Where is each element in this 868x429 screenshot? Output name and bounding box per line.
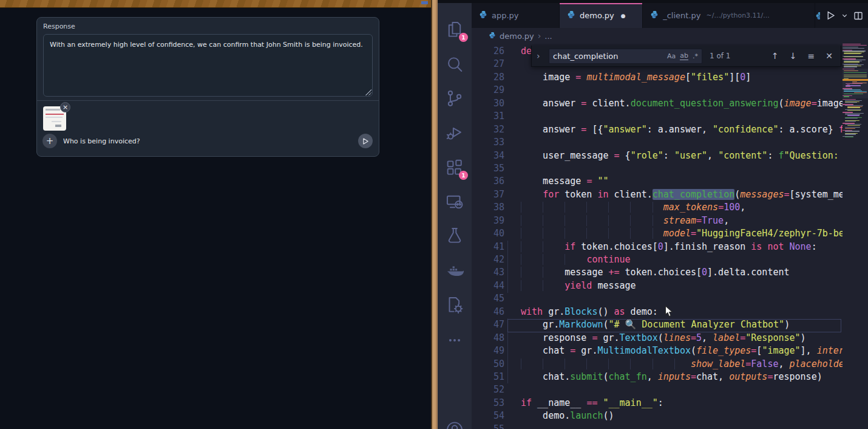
sidebar-item-docker[interactable]: [444, 261, 465, 281]
code-line[interactable]: 35: [472, 162, 843, 175]
find-in-selection-button[interactable]: ≡: [805, 51, 818, 61]
add-file-button[interactable]: +: [42, 134, 57, 148]
run-button[interactable]: [826, 10, 836, 21]
line-number[interactable]: 51: [472, 371, 504, 383]
remove-attachment-button[interactable]: ×: [60, 102, 70, 112]
line-number[interactable]: 45: [472, 292, 504, 305]
code-line[interactable]: 31: [472, 110, 843, 123]
line-number[interactable]: 33: [472, 136, 504, 149]
sidebar-item-source-control[interactable]: [444, 88, 465, 109]
breadcrumb-file[interactable]: demo.py: [500, 32, 534, 41]
code-line[interactable]: 51 chat.submit(chat_fn, inputs=chat, out…: [472, 371, 843, 383]
breadcrumb-symbol[interactable]: ...: [544, 32, 552, 41]
line-number[interactable]: 32: [472, 123, 504, 136]
activity-bar: 1: [438, 3, 472, 429]
editor-tab-bar: app.py demo.py ● _client.py ~/.../python…: [472, 3, 868, 28]
line-number[interactable]: 47: [472, 318, 504, 331]
line-number[interactable]: 37: [472, 188, 504, 201]
code-line[interactable]: 53if __name__ == "__main__":: [472, 397, 843, 410]
code-text: stream=True,: [504, 214, 729, 227]
line-number[interactable]: 48: [472, 332, 504, 345]
code-line[interactable]: 54 demo.launch(): [472, 410, 843, 422]
sidebar-item-task-runner[interactable]: [444, 295, 465, 315]
line-number[interactable]: 31: [472, 110, 504, 123]
send-button[interactable]: [358, 134, 373, 148]
run-dropdown-chevron-icon[interactable]: [841, 12, 848, 19]
line-number[interactable]: 42: [472, 253, 504, 266]
sidebar-item-extensions[interactable]: 1: [444, 157, 465, 178]
code-line[interactable]: 47 gr.Markdown("# 🔍 Document Analyzer Ch…: [472, 318, 843, 331]
code-line[interactable]: 29: [472, 84, 843, 97]
code-line[interactable]: 38 max_tokens=100,: [472, 201, 843, 214]
line-number[interactable]: 43: [472, 266, 504, 279]
code-line[interactable]: 48 response = gr.Textbox(lines=5, label=…: [472, 332, 843, 345]
line-number[interactable]: 40: [472, 227, 504, 240]
line-number[interactable]: 54: [472, 410, 504, 422]
code-line[interactable]: 40 model="HuggingFaceH4/zephyr-7b-beta")…: [472, 227, 843, 240]
code-line[interactable]: 32 answer = [{"answer": a.answer, "confi…: [472, 123, 843, 136]
code-line[interactable]: 52: [472, 383, 843, 396]
chat-message-input[interactable]: [63, 134, 324, 148]
tab-app-py[interactable]: app.py: [472, 3, 560, 28]
match-case-toggle[interactable]: Aa: [667, 52, 676, 60]
line-number[interactable]: 46: [472, 306, 504, 318]
minimap-slider[interactable]: [843, 69, 868, 98]
code-line[interactable]: 36 message = "": [472, 175, 843, 188]
sidebar-item-account[interactable]: [444, 419, 465, 429]
line-number[interactable]: 27: [472, 58, 504, 70]
line-number[interactable]: 41: [472, 241, 504, 253]
sidebar-item-run-debug[interactable]: [444, 122, 465, 143]
code-line[interactable]: 46with gr.Blocks() as demo:: [472, 306, 843, 318]
line-number[interactable]: 52: [472, 383, 504, 396]
line-number[interactable]: 29: [472, 84, 504, 97]
sidebar-item-remote-explorer[interactable]: [444, 191, 465, 212]
code-line[interactable]: 42 continue: [472, 253, 843, 266]
code-line[interactable]: 55: [472, 423, 843, 429]
sidebar-item-more[interactable]: [444, 330, 465, 351]
response-textarea[interactable]: With an extremely high level of confiden…: [43, 34, 373, 97]
sidebar-item-testing[interactable]: [444, 225, 465, 246]
code-line[interactable]: 37 for token in client.chat_completion(m…: [472, 188, 843, 201]
line-number[interactable]: 28: [472, 71, 504, 84]
code-line[interactable]: 44 yield message: [472, 280, 843, 292]
code-line[interactable]: 30 answer = client.document_question_ans…: [472, 97, 843, 110]
line-number[interactable]: 55: [472, 423, 504, 429]
sidebar-item-search[interactable]: [444, 54, 465, 75]
python-icon: [650, 10, 659, 19]
code-line[interactable]: 43 message += token.choices[0].delta.con…: [472, 266, 843, 279]
code-lines[interactable]: 26def chat_fn(multimodal_message):2728 i…: [472, 45, 843, 429]
whole-word-toggle[interactable]: ab: [680, 52, 688, 60]
find-close-button[interactable]: ✕: [822, 51, 836, 61]
line-number[interactable]: 53: [472, 397, 504, 410]
tab-client-py[interactable]: _client.py ~/.../python3.11/...: [643, 3, 815, 28]
code-line[interactable]: 45: [472, 292, 843, 305]
code-line[interactable]: 34 user_message = {"role": "user", "cont…: [472, 149, 843, 162]
line-number[interactable]: 38: [472, 201, 504, 214]
split-editor-button[interactable]: [853, 11, 863, 21]
find-next-button[interactable]: ↓: [787, 51, 800, 61]
line-number[interactable]: 34: [472, 149, 504, 162]
line-number[interactable]: 49: [472, 345, 504, 357]
find-expand-chevron-icon[interactable]: ›: [537, 51, 544, 61]
line-number[interactable]: 26: [472, 45, 504, 58]
minimap[interactable]: [843, 44, 868, 429]
line-number[interactable]: 44: [472, 280, 504, 292]
tab-demo-py[interactable]: demo.py ●: [560, 3, 643, 28]
line-number[interactable]: 36: [472, 175, 504, 188]
find-input[interactable]: [553, 52, 663, 61]
code-line[interactable]: 28 image = multimodal_message["files"][0…: [472, 71, 843, 84]
code-editor[interactable]: 26def chat_fn(multimodal_message):2728 i…: [472, 44, 868, 429]
code-line[interactable]: 50 show_label=False, placeholder="Ask a …: [472, 358, 843, 371]
code-line[interactable]: 41 if token.choices[0].finish_reason is …: [472, 241, 843, 253]
sidebar-item-explorer[interactable]: 1: [444, 19, 465, 40]
line-number[interactable]: 35: [472, 162, 504, 175]
regex-toggle[interactable]: .*: [693, 52, 698, 60]
code-line[interactable]: 33: [472, 136, 843, 149]
line-number[interactable]: 39: [472, 214, 504, 227]
modified-dot-icon[interactable]: ●: [621, 13, 626, 19]
line-number[interactable]: 50: [472, 358, 504, 371]
code-line[interactable]: 49 chat = gr.MultimodalTextbox(file_type…: [472, 345, 843, 357]
code-line[interactable]: 39 stream=True,: [472, 214, 843, 227]
find-previous-button[interactable]: ↑: [768, 51, 782, 61]
line-number[interactable]: 30: [472, 97, 504, 110]
